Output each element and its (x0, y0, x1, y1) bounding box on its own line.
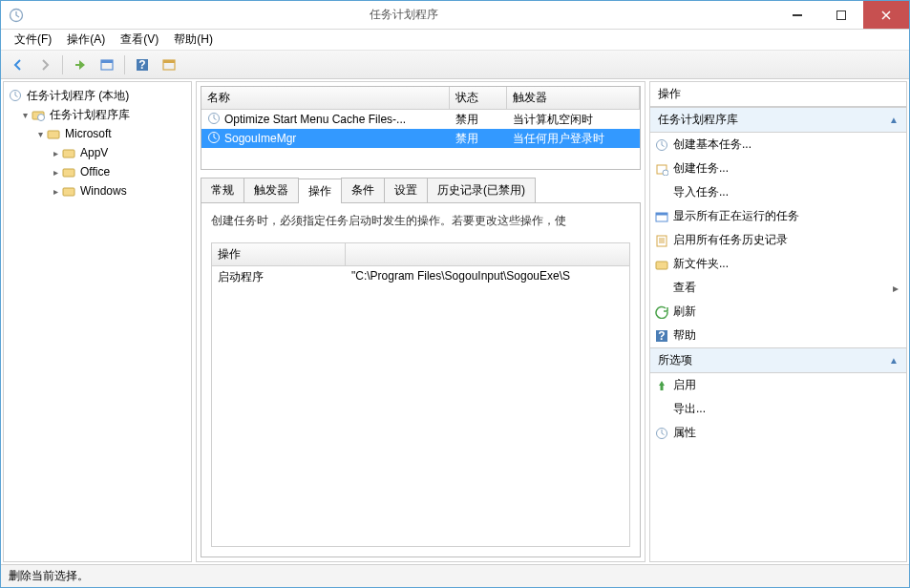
collapse-icon[interactable]: ▾ (19, 110, 31, 120)
tree-root[interactable]: 任务计划程序 (本地) (6, 86, 189, 105)
expand-icon[interactable]: ▸ (50, 148, 61, 158)
tree-label: Microsoft (65, 127, 112, 140)
properties-icon (654, 426, 669, 441)
task-icon (207, 112, 221, 128)
svg-rect-8 (163, 60, 175, 63)
tab-history[interactable]: 历史记录(已禁用) (427, 178, 536, 202)
svg-rect-24 (656, 262, 667, 269)
view-button[interactable] (158, 53, 180, 76)
tree-microsoft[interactable]: ▾ Microsoft (6, 124, 189, 143)
tree-windows[interactable]: ▸ Windows (6, 181, 189, 200)
action-show-running[interactable]: 显示所有正在运行的任务 (650, 204, 906, 228)
clock-icon (8, 88, 23, 103)
menu-action[interactable]: 操作(A) (59, 30, 113, 50)
col-detail[interactable] (346, 243, 629, 265)
tree-label: 任务计划程序 (本地) (27, 88, 129, 104)
menu-help[interactable]: 帮助(H) (166, 30, 221, 50)
menu-view[interactable]: 查看(V) (113, 30, 166, 50)
tree-label: Office (80, 165, 110, 178)
tree-office[interactable]: ▸ Office (6, 162, 189, 181)
action-detail: "C:\Program Files\SogouInput\SogouExe\S (346, 266, 629, 288)
help-toolbar-button[interactable]: ? (131, 53, 154, 76)
minimize-button[interactable] (775, 1, 819, 29)
task-row-selected[interactable]: SogouImeMgr 禁用 当任何用户登录时 (201, 129, 640, 148)
action-row[interactable]: 启动程序 "C:\Program Files\SogouInput\SogouE… (212, 266, 629, 288)
svg-point-11 (38, 115, 45, 121)
col-trigger[interactable]: 触发器 (507, 87, 640, 109)
action-enable[interactable]: 启用 (650, 373, 906, 397)
collapse-icon[interactable]: ▲ (889, 115, 899, 125)
svg-rect-15 (63, 188, 74, 196)
toolbar: ? (1, 51, 909, 79)
status-text: 删除当前选择。 (9, 568, 89, 584)
menu-file[interactable]: 文件(F) (7, 30, 59, 50)
toolbar-separator (62, 55, 63, 74)
enable-icon (654, 378, 669, 393)
actions-pane: 操作 任务计划程序库 ▲ 创建基本任务... 创建任务... 导入任务... 显… (649, 81, 907, 562)
col-action[interactable]: 操作 (212, 243, 346, 265)
svg-rect-27 (661, 386, 664, 390)
tree-label: 任务计划程序库 (50, 107, 130, 123)
back-button[interactable] (7, 53, 30, 76)
action-create-basic-task[interactable]: 创建基本任务... (650, 133, 906, 157)
col-status[interactable]: 状态 (450, 87, 507, 109)
expand-icon[interactable]: ▸ (50, 186, 61, 197)
import-icon (654, 185, 669, 200)
task-trigger: 当任何用户登录时 (507, 130, 640, 148)
tab-conditions[interactable]: 条件 (341, 178, 385, 202)
forward-button[interactable] (33, 53, 56, 76)
task-row[interactable]: Optimize Start Menu Cache Files-... 禁用 当… (201, 110, 640, 129)
up-button[interactable] (69, 53, 92, 76)
tab-triggers[interactable]: 触发器 (243, 178, 299, 202)
actions-pane-title: 操作 (650, 82, 906, 107)
actions-description: 创建任务时，必须指定任务启动时发生的操作。若要更改这些操作，使 (211, 213, 630, 229)
app-icon (9, 8, 24, 23)
properties-button[interactable] (95, 53, 118, 76)
action-view[interactable]: 查看 ▸ (650, 276, 906, 300)
export-icon (654, 402, 669, 417)
svg-rect-4 (101, 60, 113, 63)
history-icon (654, 233, 669, 248)
tree-pane: 任务计划程序 (本地) ▾ 任务计划程序库 ▾ Microsoft ▸ AppV… (3, 81, 192, 562)
folder-icon (46, 126, 61, 141)
svg-text:?: ? (138, 58, 145, 72)
actions-group-library[interactable]: 任务计划程序库 ▲ (650, 107, 906, 133)
col-name[interactable]: 名称 (201, 87, 450, 109)
new-folder-icon (654, 257, 669, 272)
collapse-icon[interactable]: ▾ (34, 129, 46, 139)
refresh-icon (654, 304, 669, 320)
tab-body: 创建任务时，必须指定任务启动时发生的操作。若要更改这些操作，使 操作 启动程序 … (201, 202, 641, 557)
tree-library[interactable]: ▾ 任务计划程序库 (6, 105, 189, 124)
actions-group-selected[interactable]: 所选项 ▲ (650, 347, 906, 373)
svg-rect-22 (656, 213, 667, 216)
action-import-task[interactable]: 导入任务... (650, 180, 906, 204)
scope-tree[interactable]: 任务计划程序 (本地) ▾ 任务计划程序库 ▾ Microsoft ▸ AppV… (4, 82, 191, 561)
tree-appv[interactable]: ▸ AppV (6, 143, 189, 162)
action-new-folder[interactable]: 新文件夹... (650, 252, 906, 276)
group-label: 所选项 (658, 352, 692, 368)
task-list-header: 名称 状态 触发器 (201, 87, 640, 110)
folder-icon (61, 145, 76, 160)
close-button[interactable] (863, 1, 909, 29)
action-refresh[interactable]: 刷新 (650, 300, 906, 324)
task-list[interactable]: 名称 状态 触发器 Optimize Start Menu Cache File… (201, 86, 641, 170)
action-enable-history[interactable]: 启用所有任务历史记录 (650, 228, 906, 252)
collapse-icon[interactable]: ▲ (889, 355, 899, 366)
group-label: 任务计划程序库 (658, 112, 738, 128)
task-wizard-icon (654, 137, 669, 153)
tab-general[interactable]: 常规 (201, 178, 244, 202)
task-icon (207, 131, 221, 147)
actions-table[interactable]: 操作 启动程序 "C:\Program Files\SogouInput\Sog… (211, 242, 630, 547)
maximize-button[interactable] (819, 1, 863, 29)
action-export[interactable]: 导出... (650, 397, 906, 421)
title-bar: 任务计划程序 (1, 1, 909, 30)
action-type: 启动程序 (212, 266, 346, 288)
expand-icon[interactable]: ▸ (50, 167, 61, 178)
tab-settings[interactable]: 设置 (384, 178, 428, 202)
tab-actions[interactable]: 操作 (298, 178, 342, 203)
action-properties[interactable]: 属性 (650, 421, 906, 445)
action-help[interactable]: ? 帮助 (650, 324, 906, 347)
action-create-task[interactable]: 创建任务... (650, 157, 906, 180)
actions-table-header: 操作 (212, 243, 629, 266)
svg-point-20 (663, 170, 668, 176)
